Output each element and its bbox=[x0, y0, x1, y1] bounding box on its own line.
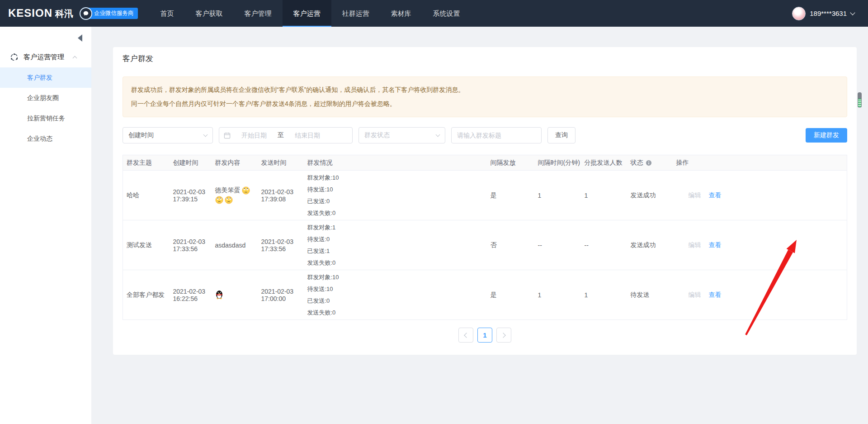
main-content: 客户群发 群发成功后，群发对象的所属成员将在企业微信收到“客户联系”的确认通知，… bbox=[91, 27, 868, 424]
sidebar-item-enterprise-news[interactable]: 企业动态 bbox=[0, 129, 91, 149]
scrollbar-thumb[interactable] bbox=[858, 92, 862, 108]
chevron-up-icon bbox=[73, 56, 77, 61]
stat-targets: 群发对象:1 bbox=[307, 222, 483, 233]
stat-pending: 待发送:10 bbox=[307, 184, 483, 195]
logo-en-text: KESION bbox=[8, 7, 52, 19]
cell-batch-count: 1 bbox=[581, 171, 627, 220]
notice-line-2: 同一个企业每个自然月内仅可针对一个客户/客户群发送4条消息，超过限制的用户将会被… bbox=[131, 97, 839, 111]
sidebar-group-label: 客户运营管理 bbox=[24, 53, 64, 62]
main-nav: 首页 客户获取 客户管理 客户运营 社群运营 素材库 系统设置 bbox=[150, 0, 471, 27]
stat-pending: 待发送:0 bbox=[307, 233, 483, 245]
sidebar-group-customer-operation[interactable]: 客户运营管理 bbox=[10, 53, 91, 62]
pagination: 1 bbox=[123, 328, 847, 343]
cell-content: 德美笨蛋 bbox=[215, 186, 254, 204]
info-icon[interactable] bbox=[646, 160, 652, 166]
edit-link[interactable]: 编辑 bbox=[689, 191, 701, 199]
chevron-down-icon bbox=[203, 133, 208, 137]
cell-interval-send: 是 bbox=[487, 270, 534, 320]
cycle-icon bbox=[10, 53, 19, 62]
sidebar-item-new-marketing-task[interactable]: 拉新营销任务 bbox=[0, 108, 91, 129]
sidebar-item-enterprise-moments[interactable]: 企业朋友圈 bbox=[0, 88, 91, 108]
end-date-input[interactable] bbox=[286, 132, 329, 139]
header-send-time: 发送时间 bbox=[258, 155, 304, 171]
sidebar-item-customer-mass-send[interactable]: 客户群发 bbox=[0, 67, 91, 88]
next-page-button[interactable] bbox=[496, 328, 511, 343]
emoji-face-icon bbox=[215, 196, 223, 204]
cell-created-time: 2021-02-03 17:33:56 bbox=[170, 220, 212, 270]
emoji-face-icon bbox=[242, 186, 250, 195]
send-status-select[interactable]: 群发状态 bbox=[359, 127, 445, 143]
header-interval-send: 间隔发放 bbox=[487, 155, 534, 171]
create-mass-send-button[interactable]: 新建群发 bbox=[806, 128, 847, 143]
cell-status: 发送成功 bbox=[627, 220, 673, 270]
mass-send-title-input[interactable] bbox=[451, 127, 542, 143]
cell-interval-send: 是 bbox=[487, 171, 534, 220]
stat-targets: 群发对象:10 bbox=[307, 272, 483, 283]
view-link[interactable]: 查看 bbox=[708, 291, 721, 298]
date-range-picker[interactable]: 至 bbox=[219, 127, 353, 143]
edit-link[interactable]: 编辑 bbox=[689, 241, 701, 248]
sidebar: 客户运营管理 客户群发 企业朋友圈 拉新营销任务 企业动态 bbox=[0, 27, 91, 424]
start-date-input[interactable] bbox=[232, 132, 276, 139]
stat-sent: 已发送:1 bbox=[307, 245, 483, 257]
mass-send-table: 群发主题 创建时间 群发内容 发送时间 群发情况 间隔发放 间隔时间(分钟) 分… bbox=[123, 155, 847, 320]
nav-item-material-library[interactable]: 素材库 bbox=[380, 0, 422, 27]
chat-bubble-icon bbox=[80, 7, 92, 20]
stat-failed: 发送失败:0 bbox=[307, 307, 483, 319]
search-button[interactable]: 查询 bbox=[547, 127, 576, 143]
stat-targets: 群发对象:10 bbox=[307, 172, 483, 184]
header-actions: 操作 bbox=[673, 155, 847, 171]
cell-send-situation: 群发对象:10 待发送:10 已发送:0 发送失败:0 bbox=[307, 172, 483, 219]
create-time-select[interactable]: 创建时间 bbox=[123, 127, 213, 143]
date-separator: 至 bbox=[278, 131, 284, 139]
cell-topic: 测试发送 bbox=[123, 220, 170, 270]
header-created-time: 创建时间 bbox=[170, 155, 212, 171]
page-number-button[interactable]: 1 bbox=[477, 328, 492, 343]
nav-item-customer-operation[interactable]: 客户运营 bbox=[283, 0, 331, 27]
table-row: 哈哈 2021-02-03 17:39:15 德美笨蛋 2021-02-03 1… bbox=[123, 171, 847, 220]
view-link-arrow-target[interactable]: 查看 bbox=[708, 241, 721, 248]
stat-sent: 已发送:0 bbox=[307, 295, 483, 307]
stat-sent: 已发送:0 bbox=[307, 195, 483, 207]
chevron-down-icon bbox=[850, 10, 855, 15]
notice-banner: 群发成功后，群发对象的所属成员将在企业微信收到“客户联系”的确认通知，成员确认后… bbox=[123, 76, 847, 117]
cell-status: 待发送 bbox=[627, 270, 673, 320]
nav-item-customer-management[interactable]: 客户管理 bbox=[234, 0, 283, 27]
header-status: 状态 bbox=[631, 159, 643, 167]
cell-topic: 哈哈 bbox=[123, 171, 170, 220]
nav-item-customer-acquisition[interactable]: 客户获取 bbox=[185, 0, 234, 27]
cell-interval-minutes: 1 bbox=[534, 171, 581, 220]
user-avatar bbox=[792, 7, 806, 20]
sidebar-collapse-button[interactable] bbox=[78, 34, 82, 42]
badge-label: 企业微信服务商 bbox=[86, 8, 138, 19]
cell-send-time: 2021-02-03 17:00:00 bbox=[258, 270, 304, 320]
edit-link[interactable]: 编辑 bbox=[689, 291, 701, 298]
cell-interval-send: 否 bbox=[487, 220, 534, 270]
cell-batch-count: -- bbox=[581, 220, 627, 270]
wecom-provider-badge: 企业微信服务商 bbox=[80, 7, 138, 20]
header-batch-count: 分批发送人数 bbox=[581, 155, 627, 171]
emoji-face-icon bbox=[225, 196, 233, 204]
qq-penguin-icon bbox=[215, 290, 223, 299]
chevron-right-icon bbox=[500, 333, 505, 338]
cell-send-situation: 群发对象:1 待发送:0 已发送:1 发送失败:0 bbox=[307, 222, 483, 269]
nav-item-community-operation[interactable]: 社群运营 bbox=[331, 0, 380, 27]
cell-send-situation: 群发对象:10 待发送:10 已发送:0 发送失败:0 bbox=[307, 272, 483, 319]
header-interval-minutes: 间隔时间(分钟) bbox=[534, 155, 581, 171]
prev-page-button[interactable] bbox=[458, 328, 473, 343]
page-title: 客户群发 bbox=[123, 53, 847, 64]
notice-line-1: 群发成功后，群发对象的所属成员将在企业微信收到“客户联系”的确认通知，成员确认后… bbox=[131, 83, 839, 97]
logo-link[interactable]: KESION 科汛 bbox=[8, 7, 73, 20]
stat-failed: 发送失败:0 bbox=[307, 257, 483, 269]
nav-item-system-settings[interactable]: 系统设置 bbox=[422, 0, 471, 27]
cell-created-time: 2021-02-03 17:39:15 bbox=[170, 171, 212, 220]
calendar-icon bbox=[224, 132, 231, 139]
cell-created-time: 2021-02-03 16:22:56 bbox=[170, 270, 212, 320]
view-link[interactable]: 查看 bbox=[708, 191, 721, 199]
top-navbar: KESION 科汛 企业微信服务商 首页 客户获取 客户管理 客户运营 社群运营… bbox=[0, 0, 868, 27]
cell-send-time: 2021-02-03 17:39:08 bbox=[258, 171, 304, 220]
nav-item-home[interactable]: 首页 bbox=[150, 0, 185, 27]
user-menu[interactable]: 189****3631 bbox=[792, 7, 854, 20]
header-content: 群发内容 bbox=[212, 155, 258, 171]
cell-batch-count: 1 bbox=[581, 270, 627, 320]
